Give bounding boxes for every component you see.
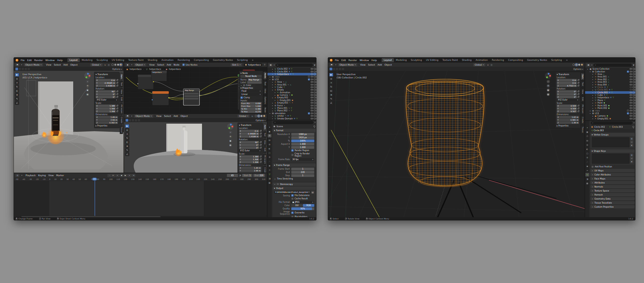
- transform-orientation[interactable]: Global▾: [237, 115, 250, 118]
- prev-keyframe-button[interactable]: «: [115, 174, 119, 177]
- disable-render-toggle[interactable]: [314, 110, 316, 111]
- lock-icon[interactable]: [116, 111, 118, 112]
- X-field[interactable]: X1.389: [239, 155, 259, 158]
- menu-window[interactable]: Window: [44, 59, 56, 62]
- step-field[interactable]: 1: [291, 174, 314, 177]
- filter-icon[interactable]: ▼: [314, 64, 315, 66]
- clamp-toggle[interactable]: ✓Clamp: [240, 96, 262, 99]
- X-field[interactable]: X0°: [557, 90, 577, 93]
- hide-viewport-toggle[interactable]: [311, 107, 313, 109]
- constraints-properties-tab-icon[interactable]: ≡: [268, 168, 271, 172]
- end-field[interactable]: 220: [291, 171, 314, 174]
- Z-field[interactable]: Z0°: [239, 147, 259, 149]
- disable-render-toggle[interactable]: [314, 105, 316, 106]
- workspace-tab-animation[interactable]: Animation: [474, 58, 490, 62]
- add-rest-position-toggle[interactable]: Add Rest Position: [591, 166, 635, 168]
- texture-properties-tab-icon[interactable]: ▩: [268, 181, 271, 184]
- X-field[interactable]: X0 m: [96, 79, 116, 81]
- outliner-item-area-001[interactable]: ▸☼Area.001◬: [585, 75, 635, 78]
- zoom-icon[interactable]: ⌕: [86, 80, 89, 83]
- sidebar-tab-edit[interactable]: Edit: [581, 96, 584, 103]
- select-box-tool[interactable]: ▶: [125, 124, 129, 128]
- workspace-tab-uv-editing[interactable]: UV Editing: [110, 58, 126, 62]
- object-type-visibility-icon[interactable]: [15, 68, 18, 70]
- workspace-tab-shading[interactable]: Shading: [460, 58, 474, 62]
- camera-view-icon[interactable]: ▣: [229, 139, 232, 143]
- hide-viewport-toggle[interactable]: [311, 68, 313, 70]
- toggle-perspective-icon[interactable]: ▦: [547, 93, 550, 96]
- outliner-item-empty[interactable]: ▸+Empty: [267, 88, 316, 91]
- outliner-item-cube[interactable]: ▸▽Cube▽: [267, 86, 316, 88]
- hide-viewport-toggle[interactable]: [311, 86, 313, 88]
- node-props-title[interactable]: ▾ Properties: [240, 87, 262, 89]
- menu-select[interactable]: Select: [367, 63, 376, 66]
- cache-result-toggle[interactable]: Cache Result: [291, 198, 308, 200]
- lock-icon[interactable]: [260, 147, 261, 149]
- menu-add[interactable]: Add: [165, 63, 172, 66]
- menu-render[interactable]: Render: [33, 59, 44, 62]
- data-type-select[interactable]: Float▾: [240, 90, 262, 92]
- scale-tool[interactable]: ◱: [329, 89, 333, 93]
- sidebar-tab-pr-locam[interactable]: PR locam: [120, 103, 123, 115]
- workspace-tab-modeling[interactable]: Modeling: [394, 58, 409, 62]
- editor-type-icon[interactable]: ⬒: [126, 115, 130, 118]
- workspace-tab-layout[interactable]: Layout: [67, 58, 79, 62]
- outliner-item-area-001[interactable]: ▸☼Area.001∿◬: [267, 83, 316, 86]
- sidebar-tab-edit[interactable]: Edit: [263, 146, 266, 153]
- hide-viewport-toggle[interactable]: [311, 100, 313, 101]
- proportional-edit-icon[interactable]: ◎: [108, 64, 110, 66]
- workspace-tab-uv-editing[interactable]: UV Editing: [424, 58, 440, 62]
- annotate-tool[interactable]: ✎: [329, 97, 333, 101]
- collection-checkbox[interactable]: [308, 76, 310, 78]
- measure-tool[interactable]: ∠: [15, 101, 19, 105]
- menu-marker[interactable]: Marker: [55, 174, 65, 177]
- select-box-tool[interactable]: ▶: [329, 73, 333, 77]
- outliner-item-empty-001[interactable]: ▸+Empty.001▣: [585, 117, 635, 120]
- outliner-item-force[interactable]: ▸◎Force∿: [267, 104, 316, 107]
- workspace-tab-shading[interactable]: Shading: [146, 58, 159, 62]
- disable-render-toggle[interactable]: [633, 100, 635, 101]
- hide-viewport-toggle[interactable]: [311, 110, 313, 111]
- lock-icon[interactable]: [260, 162, 261, 163]
- disable-render-toggle[interactable]: [633, 81, 635, 83]
- Y-field[interactable]: Y0.509: [557, 107, 577, 110]
- collection-checkbox[interactable]: ✓: [627, 71, 629, 73]
- disable-render-toggle[interactable]: [633, 118, 635, 119]
- menu-view[interactable]: View: [148, 63, 156, 66]
- output-properties-tab-icon[interactable]: ⎙: [585, 134, 589, 138]
- disable-render-toggle[interactable]: [314, 100, 316, 101]
- solid-shading-icon[interactable]: [575, 64, 578, 66]
- transform-tool[interactable]: ⊕: [125, 144, 129, 148]
- Y-field[interactable]: Y0°: [96, 93, 116, 96]
- modifiers-properties-tab-icon[interactable]: ⚙: [585, 156, 589, 159]
- outliner-search[interactable]: ⌕: [276, 64, 313, 67]
- view-layer-properties-tab-icon[interactable]: ▤: [585, 139, 589, 142]
- menu-object[interactable]: Object: [69, 63, 79, 66]
- outliner-item-simulation[interactable]: ▸▤simulation✓: [267, 112, 316, 115]
- lock-icon[interactable]: [578, 108, 579, 109]
- hide-viewport-toggle[interactable]: [311, 97, 313, 98]
- hide-viewport-toggle[interactable]: [630, 92, 632, 93]
- physics-properties-tab-icon[interactable]: ◉: [585, 164, 589, 168]
- transform-panel-title[interactable]: ▾ Transform: [96, 73, 118, 76]
- disable-render-toggle[interactable]: [633, 92, 635, 93]
- lock-icon[interactable]: [578, 111, 579, 112]
- aspect-x-field[interactable]: 1.000: [291, 143, 314, 146]
- disable-render-toggle[interactable]: [314, 79, 316, 80]
- options-button[interactable]: Options ▾: [573, 68, 583, 70]
- disable-render-toggle[interactable]: [314, 115, 316, 117]
- X-field[interactable]: X90°: [239, 141, 259, 144]
- outliner-item-plane[interactable]: ▸▽Plane▽: [585, 99, 635, 102]
- disable-render-toggle[interactable]: [314, 94, 316, 96]
- menu-select[interactable]: Select: [53, 63, 62, 66]
- solid-shading-icon[interactable]: [114, 64, 116, 66]
- timeline-track-area[interactable]: [14, 181, 267, 216]
- measure-tool[interactable]: ∠: [125, 152, 129, 156]
- lock-icon[interactable]: [260, 145, 261, 146]
- material-shading-icon[interactable]: [117, 64, 119, 66]
- options-button[interactable]: Options ▾: [112, 68, 122, 70]
- outliner-item-lca[interactable]: ▸▤LCA✓: [585, 112, 635, 115]
- lock-icon[interactable]: [116, 94, 118, 95]
- use-nodes-toggle[interactable]: ✓Use Nodes: [182, 64, 197, 66]
- hide-viewport-toggle[interactable]: [311, 76, 313, 77]
